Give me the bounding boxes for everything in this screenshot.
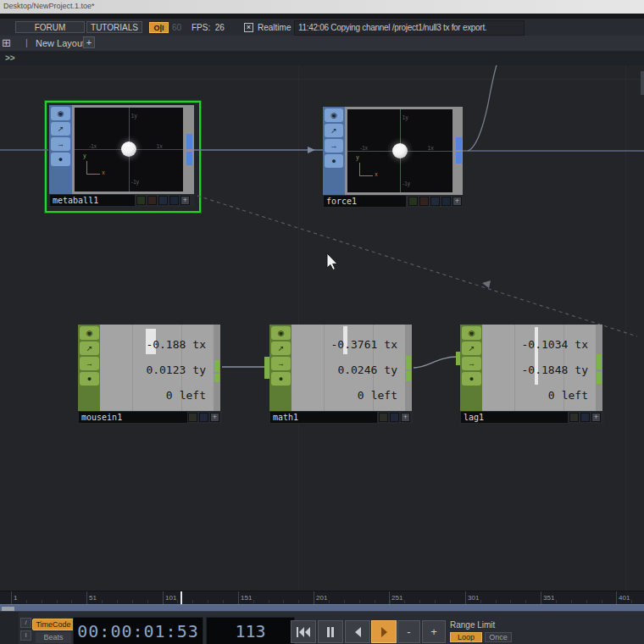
node-lag1[interactable]: ◉ ↗ → ● -0.1034tx -0.1848ty 0left lag1 + [460,325,604,424]
render-flag-button[interactable]: ↗ [80,341,99,355]
node-flag-mini-viewer[interactable] [408,197,418,206]
ruler-label: 101 [165,594,176,602]
once-button[interactable]: Once [485,632,512,642]
output-connector[interactable] [186,134,192,149]
play-reverse-button[interactable] [345,620,370,643]
keys-toggle[interactable]: / [20,618,31,628]
chop-viewer[interactable]: -0.188tx 0.0123ty 0left [100,325,214,411]
render-flag-button[interactable]: ↗ [462,341,481,355]
node-flag-mini-lock[interactable] [158,196,168,205]
forum-button[interactable]: FORUM [15,21,85,33]
node-viewer[interactable]: 1y -1y -1x 1x y x [347,109,452,192]
node-flag-mini-viewer[interactable] [379,413,388,422]
integer-frame-toggle[interactable]: I [20,630,31,641]
node-flag-mini-plus[interactable]: + [210,413,219,422]
output-connector[interactable] [186,152,192,165]
render-icon: ↗ [330,126,337,135]
go-to-start-button[interactable] [291,620,316,643]
render-flag-button[interactable]: ↗ [271,341,291,355]
export-flag-button[interactable]: → [51,137,70,151]
channel-name: tx [575,338,588,351]
node-force1[interactable]: ◉ ↗ → ● 1y -1y -1x 1x y x force1 + [323,107,463,208]
chop-viewer[interactable]: -0.1034tx -0.1848ty 0left [482,325,596,411]
ruler-label: 401 [619,594,630,602]
output-connector[interactable] [597,372,602,384]
bypass-flag-button[interactable]: ● [462,372,481,386]
export-flag-button[interactable]: → [80,357,99,370]
scrollbar-nub[interactable] [641,71,644,95]
output-connector[interactable] [406,356,411,369]
viewer-flag-button[interactable]: ◉ [80,326,99,340]
viewer-flag-button[interactable]: ◉ [325,108,343,122]
export-flag-button[interactable]: → [462,357,481,370]
step-forward-button[interactable]: + [422,620,446,643]
output-connector[interactable] [456,152,462,164]
node-flag-mini-plus[interactable]: + [452,197,462,206]
bypass-flag-button[interactable]: ● [51,153,70,166]
display-icon: ◉ [278,329,285,337]
node-flag-mini-plus[interactable]: + [180,196,190,205]
node-math1[interactable]: ◉ ↗ → ● -0.3761tx 0.0246ty 0left math1 + [269,325,414,424]
node-flag-mini-plus[interactable]: + [591,413,601,422]
pause-button[interactable] [318,620,343,643]
frame-display[interactable]: 113 [206,617,295,644]
node-name-field[interactable]: lag1 [461,412,568,423]
timeline-range-bar[interactable] [0,604,644,611]
loop-button[interactable]: Loop [450,632,482,642]
node-flag-mini-display[interactable] [441,197,451,206]
node-name-field[interactable]: metaball1 [50,195,135,206]
channel-value: -0.3761 [331,338,378,351]
channel-value: -0.1034 [522,338,569,351]
node-flag-mini-lock[interactable] [390,413,399,422]
node-flag-mini-bypass[interactable] [419,197,429,206]
node-flag-mini-viewer[interactable] [188,413,197,422]
node-viewer[interactable]: 1y -1y -1x 1x y x [75,108,183,192]
chop-viewer[interactable]: -0.3761tx 0.0246ty 0left [291,325,405,411]
node-metaball1[interactable]: ◉ ↗ → ● 1y -1y -1x 1x y x metaball1 + [49,105,194,207]
ruler-tick [314,591,314,605]
tutorials-button[interactable]: TUTORIALS [86,21,142,33]
output-connector[interactable] [214,360,219,372]
node-name-field[interactable]: mousein1 [79,412,187,423]
output-connector[interactable] [406,371,411,381]
layout-tab-new-layout[interactable]: New Layout [36,38,85,48]
node-flag-mini-lock[interactable] [430,197,440,206]
output-connector[interactable] [456,137,462,150]
output-connector[interactable] [597,354,602,369]
node-flag-mini-plus[interactable]: + [401,413,410,422]
beats-mode-button[interactable]: Beats [36,632,71,643]
viewer-flag-button[interactable]: ◉ [51,107,70,120]
step-back-button[interactable]: - [397,620,420,643]
play-forward-button[interactable] [371,620,397,643]
output-connector[interactable] [214,374,219,382]
bypass-flag-button[interactable]: ● [80,372,99,386]
node-flag-mini-viewer[interactable] [136,196,146,205]
network-path-bar[interactable]: >> [0,51,644,65]
export-flag-button[interactable]: → [325,139,343,153]
layout-grid-icon[interactable]: ⊞ [2,36,11,49]
node-flag-mini-lock[interactable] [580,413,590,422]
viewer-flag-button[interactable]: ◉ [271,326,291,340]
node-flag-mini-bypass[interactable] [147,196,157,205]
playhead[interactable] [180,591,182,605]
render-flag-button[interactable]: ↗ [51,122,70,136]
node-name-field[interactable]: math1 [270,412,377,423]
bypass-flag-button[interactable]: ● [325,154,343,168]
skip-to-start-icon [296,627,311,637]
export-flag-button[interactable]: → [271,357,291,370]
range-limit-label: Range Limit [450,620,495,630]
node-name-field[interactable]: force1 [324,196,406,207]
node-mousein1[interactable]: ◉ ↗ → ● -0.188tx 0.0123ty 0left mousein1… [78,325,222,424]
node-flag-mini-display[interactable] [169,196,179,205]
node-flag-mini-lock[interactable] [199,413,208,422]
node-flag-mini-viewer[interactable] [569,413,579,422]
perform-mode-toggle[interactable]: O|I [149,22,169,33]
viewer-flag-button[interactable]: ◉ [462,326,481,340]
timecode-display[interactable]: 00:00:01:53 [73,617,203,644]
add-layout-button[interactable]: + [83,36,95,48]
timeline-ruler[interactable]: 1 51 101 151 201 251 301 351 401 [0,591,644,604]
timecode-mode-button[interactable]: TimeCode [32,619,75,630]
bypass-flag-button[interactable]: ● [271,372,291,386]
render-flag-button[interactable]: ↗ [325,124,343,137]
realtime-checkbox[interactable]: × [244,23,253,32]
